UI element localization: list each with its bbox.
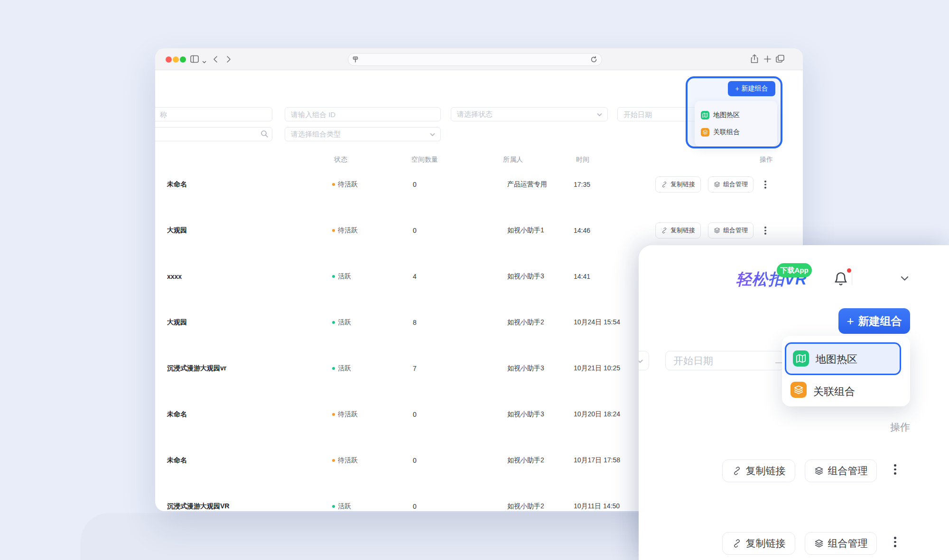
table-row: 未命名 待活跃 0 产品运营专用 17:35 复制链接 组合管理 bbox=[155, 166, 803, 202]
manage-combo-button[interactable]: 组合管理 bbox=[708, 176, 754, 193]
chevron-down-icon[interactable] bbox=[900, 275, 909, 284]
copy-link-button[interactable]: 复制链接 bbox=[655, 222, 701, 239]
combo-name: xxxx bbox=[167, 273, 182, 280]
site-icon bbox=[353, 56, 358, 65]
status-dot bbox=[332, 505, 335, 508]
tabs-overview-icon[interactable] bbox=[776, 55, 785, 65]
owner-name: 如视小助手2 bbox=[507, 502, 544, 511]
owner-name: 产品运营专用 bbox=[507, 180, 547, 189]
space-count: 0 bbox=[413, 227, 417, 234]
copy-link-button-large[interactable]: 复制链接 bbox=[722, 459, 795, 482]
create-combo-button[interactable]: + 新建组合 bbox=[728, 81, 775, 96]
status-label: 活跃 bbox=[338, 364, 351, 373]
sidebar-icon[interactable] bbox=[190, 55, 199, 65]
status-dot bbox=[332, 367, 335, 370]
space-count: 0 bbox=[413, 181, 417, 188]
time-value: 10月24日 15:54 bbox=[574, 318, 620, 327]
owner-name: 如视小助手3 bbox=[507, 364, 544, 373]
layers-icon bbox=[714, 181, 720, 188]
status-label: 待活跃 bbox=[338, 226, 358, 235]
time-value: 10月11日 14:50 bbox=[574, 502, 620, 511]
background-platform bbox=[81, 513, 674, 560]
minimize-traffic-light[interactable] bbox=[173, 56, 179, 63]
column-header-time: 时间 bbox=[576, 156, 589, 164]
reload-icon[interactable] bbox=[590, 56, 597, 65]
plus-icon: + bbox=[847, 314, 854, 329]
plus-icon: + bbox=[735, 85, 739, 92]
manage-combo-button-large[interactable]: 组合管理 bbox=[805, 532, 877, 555]
zoomed-detail-panel: 轻松拍VR 下载App + 新建组合 — 地图热区 关联组合 操作 复制链接 bbox=[639, 245, 949, 560]
more-actions-kebab[interactable] bbox=[894, 537, 896, 547]
combo-name-filter-clipped-text: 称 bbox=[160, 110, 167, 119]
more-actions-kebab[interactable] bbox=[764, 227, 766, 235]
notification-bell-icon[interactable] bbox=[833, 271, 848, 289]
map-icon bbox=[701, 111, 709, 119]
zoom-traffic-light[interactable] bbox=[180, 56, 186, 63]
space-count: 0 bbox=[413, 457, 417, 464]
forward-icon[interactable] bbox=[226, 55, 231, 65]
combo-name: 大观园 bbox=[167, 318, 187, 327]
combo-type-filter-select[interactable]: 请选择组合类型 bbox=[285, 127, 441, 141]
new-tab-icon[interactable] bbox=[763, 55, 772, 65]
manage-combo-button-large[interactable]: 组合管理 bbox=[805, 459, 877, 482]
status-dot bbox=[332, 183, 335, 186]
status-dot bbox=[332, 229, 335, 232]
column-header-actions: 操作 bbox=[760, 156, 773, 164]
layers-icon bbox=[714, 227, 720, 234]
create-combo-button-large[interactable]: + 新建组合 bbox=[838, 308, 910, 334]
manage-combo-button[interactable]: 组合管理 bbox=[708, 222, 754, 239]
start-date-input-large[interactable] bbox=[665, 351, 784, 370]
owner-name: 如视小助手1 bbox=[507, 226, 544, 235]
time-value: 10月17日 17:58 bbox=[574, 456, 620, 465]
menu-item-map-hotzone[interactable]: 地图热区 bbox=[785, 342, 901, 375]
back-icon[interactable] bbox=[213, 55, 218, 65]
combo-id-filter-input[interactable] bbox=[285, 107, 441, 121]
create-combo-menu-large: 地图热区 关联组合 bbox=[782, 336, 910, 406]
column-header-owner: 所属人 bbox=[503, 156, 523, 164]
time-value: 10月21日 10:25 bbox=[574, 364, 620, 373]
layers-icon bbox=[701, 128, 709, 137]
column-header-space-count: 空间数量 bbox=[411, 156, 438, 164]
space-count: 8 bbox=[413, 319, 417, 326]
space-count: 0 bbox=[413, 503, 417, 510]
menu-item-map-hotzone[interactable]: 地图热区 bbox=[695, 107, 777, 124]
link-icon bbox=[661, 227, 668, 234]
copy-link-button-large[interactable]: 复制链接 bbox=[722, 532, 795, 555]
status-label: 活跃 bbox=[338, 272, 351, 281]
column-header-status: 状态 bbox=[334, 156, 347, 164]
owner-name: 如视小助手2 bbox=[507, 456, 544, 465]
copy-link-button[interactable]: 复制链接 bbox=[655, 176, 701, 193]
chevron-down-icon bbox=[639, 358, 644, 365]
header-divider bbox=[852, 273, 852, 285]
combo-name-filter-input[interactable] bbox=[155, 107, 272, 121]
time-value: 14:46 bbox=[574, 227, 590, 234]
owner-name: 如视小助手3 bbox=[507, 272, 544, 281]
search-icon[interactable] bbox=[261, 130, 269, 140]
close-traffic-light[interactable] bbox=[166, 56, 172, 63]
menu-item-linked-combo[interactable]: 关联组合 bbox=[813, 385, 855, 399]
menu-item-linked-combo[interactable]: 关联组合 bbox=[695, 124, 777, 141]
combo-name: 沉浸式漫游大观园vr bbox=[167, 364, 226, 373]
status-dot bbox=[332, 275, 335, 278]
share-icon[interactable] bbox=[750, 54, 759, 66]
status-filter-select[interactable]: 请选择状态 bbox=[451, 107, 608, 121]
more-actions-kebab[interactable] bbox=[894, 464, 896, 475]
status-dot bbox=[332, 459, 335, 462]
search-filter-input[interactable] bbox=[155, 127, 272, 141]
time-value: 10月20日 18:24 bbox=[574, 410, 620, 419]
owner-name: 如视小助手2 bbox=[507, 318, 544, 327]
status-label: 待活跃 bbox=[338, 456, 358, 465]
create-combo-menu: 地图热区 关联组合 bbox=[695, 101, 777, 147]
chevron-down-icon[interactable] bbox=[202, 57, 206, 66]
link-icon bbox=[732, 466, 742, 476]
space-count: 0 bbox=[413, 411, 417, 418]
status-label: 活跃 bbox=[338, 318, 351, 327]
table-row: 大观园 待活跃 0 如视小助手1 14:46 复制链接 组合管理 bbox=[155, 212, 803, 248]
more-actions-kebab[interactable] bbox=[764, 181, 766, 189]
status-select-stub[interactable] bbox=[639, 351, 649, 370]
address-bar[interactable] bbox=[348, 53, 602, 66]
combo-name: 沉浸式漫游大观园VR bbox=[167, 502, 229, 511]
download-app-badge[interactable]: 下载App bbox=[777, 263, 812, 277]
status-dot bbox=[332, 413, 335, 416]
space-count: 4 bbox=[413, 273, 417, 280]
